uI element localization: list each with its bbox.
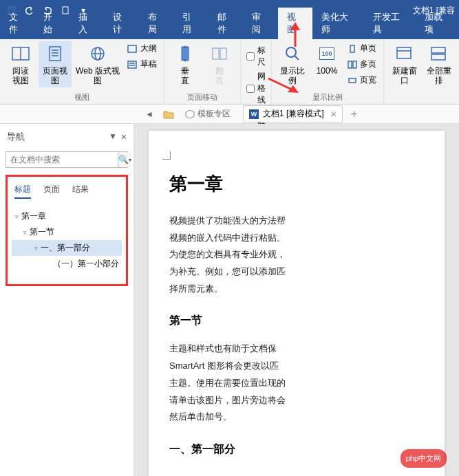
tab-insert[interactable]: 插入 xyxy=(70,8,104,39)
document-tab[interactable]: W 文档1 [兼容模式] × xyxy=(243,105,343,122)
tab-design[interactable]: 设计 xyxy=(104,8,138,39)
nav-search[interactable]: 🔍▾ xyxy=(6,151,128,168)
nav-search-button[interactable]: 🔍▾ xyxy=(118,152,131,167)
ribbon: 阅读 视图 页面视图 Web 版式视图 大纲 草稿 视图 垂 直 xyxy=(0,39,459,105)
document-canvas[interactable]: 第一章 视频提供了功能强大的方法帮 视频的嵌入代码中进行粘贴。 为使您的文档具有… xyxy=(134,124,459,476)
arrange-all-icon xyxy=(428,43,450,65)
read-view-icon xyxy=(10,43,32,65)
flip-label: 翻 页 xyxy=(215,66,224,86)
svg-rect-18 xyxy=(220,48,226,59)
zoom-label: 显示比例 xyxy=(277,66,308,86)
svg-rect-23 xyxy=(353,61,356,68)
vertical-label: 垂 直 xyxy=(181,66,189,86)
draft-label: 草稿 xyxy=(140,58,157,70)
nav-close-button[interactable]: × xyxy=(121,131,127,142)
tree-item-section1[interactable]: ▿第一节 xyxy=(12,224,122,240)
one-page-button[interactable]: 单页 xyxy=(345,41,379,56)
web-layout-button[interactable]: Web 版式视图 xyxy=(73,41,122,87)
svg-rect-28 xyxy=(431,54,445,60)
multi-page-button[interactable]: 多页 xyxy=(345,57,379,72)
tab-mail[interactable]: 邮件 xyxy=(209,8,243,39)
vertical-button[interactable]: 垂 直 xyxy=(169,41,202,87)
group-views: 阅读 视图 页面视图 Web 版式视图 大纲 草稿 视图 xyxy=(0,39,164,104)
arrange-all-label: 全部重排 xyxy=(424,66,454,86)
document-tab-label: 文档1 [兼容模式] xyxy=(263,108,324,120)
ruler-checkbox[interactable]: 标尺 xyxy=(245,44,267,69)
zoom-button[interactable]: 显示比例 xyxy=(276,41,309,87)
folder-button[interactable] xyxy=(160,107,177,122)
read-view-button[interactable]: 阅读 视图 xyxy=(4,41,37,87)
vertical-icon xyxy=(174,43,196,65)
new-window-button[interactable]: 新建窗口 xyxy=(388,41,421,87)
read-view-label: 阅读 视图 xyxy=(12,66,29,86)
hundred-icon: 100 xyxy=(316,43,338,65)
hundred-button[interactable]: 100 100% xyxy=(310,41,343,77)
outline-button[interactable]: 大纲 xyxy=(124,41,160,56)
back-button[interactable]: ◄ xyxy=(141,107,158,122)
tree-item-subpart1[interactable]: （一）第一小部分 xyxy=(12,256,122,272)
page-corner-mark xyxy=(162,151,171,160)
flip-button[interactable]: 翻 页 xyxy=(203,41,236,87)
svg-rect-17 xyxy=(213,48,219,59)
navigation-pane: 导航 ▼ × 🔍▾ 标题 页面 结果 ▿第一章 ▿第一节 ▿一、第一部分 （一）… xyxy=(0,124,134,476)
arrange-all-button[interactable]: 全部重排 xyxy=(423,41,456,87)
nav-tabs: 标题 页面 结果 xyxy=(10,181,123,206)
group-page-move: 垂 直 翻 页 页面移动 xyxy=(164,39,241,104)
page-view-label: 页面视图 xyxy=(40,66,70,86)
tab-file[interactable]: 文件 xyxy=(0,8,34,39)
doc-heading-1: 第一章 xyxy=(169,172,445,196)
ruler-label: 标尺 xyxy=(257,45,266,68)
template-area-label: 模板专区 xyxy=(198,108,231,120)
nav-tab-results[interactable]: 结果 xyxy=(72,184,89,199)
page-view-button[interactable]: 页面视图 xyxy=(39,41,72,87)
collapse-icon[interactable]: ▿ xyxy=(32,245,39,252)
page-width-button[interactable]: 页宽 xyxy=(345,73,379,87)
nav-tree: ▿第一章 ▿第一节 ▿一、第一部分 （一）第一小部分 xyxy=(10,206,123,274)
draft-button[interactable]: 草稿 xyxy=(124,57,160,72)
tab-view[interactable]: 视图 xyxy=(278,8,312,39)
nav-search-input[interactable] xyxy=(6,152,118,167)
one-page-label: 单页 xyxy=(360,43,376,54)
svg-point-19 xyxy=(286,47,296,57)
svg-rect-22 xyxy=(348,61,352,68)
zoom-icon xyxy=(281,43,303,65)
tree-item-part1[interactable]: ▿一、第一部分 xyxy=(12,240,122,256)
ribbon-tabs: 文件 开始 插入 设计 布局 引用 邮件 审阅 视图 美化大师 开发工具 加载项 xyxy=(0,21,459,39)
collapse-icon[interactable]: ▿ xyxy=(21,229,28,236)
tree-item-label: 第一节 xyxy=(30,226,54,238)
tree-item-chapter1[interactable]: ▿第一章 xyxy=(12,208,122,224)
doc-paragraph: 视频提供了功能强大的方法帮 视频的嵌入代码中进行粘贴。 为使您的文档具有专业外观… xyxy=(169,213,445,297)
svg-rect-25 xyxy=(397,47,411,58)
new-window-label: 新建窗口 xyxy=(389,66,420,86)
nav-dropdown-button[interactable]: ▼ xyxy=(109,131,117,142)
tab-addins[interactable]: 加载项 xyxy=(416,8,459,39)
annotation-highlight-box: 标题 页面 结果 ▿第一章 ▿第一节 ▿一、第一部分 （一）第一小部分 xyxy=(6,175,128,286)
group-views-label: 视图 xyxy=(74,91,89,104)
gridlines-checkbox[interactable]: 网格线 xyxy=(245,70,267,107)
svg-rect-12 xyxy=(128,45,136,52)
tab-review[interactable]: 审阅 xyxy=(243,8,277,39)
group-window: 新建窗口 全部重排 xyxy=(384,39,459,104)
svg-line-20 xyxy=(295,56,299,60)
tab-references[interactable]: 引用 xyxy=(173,8,208,39)
new-window-icon xyxy=(394,43,416,65)
nav-tab-pages[interactable]: 页面 xyxy=(43,184,60,199)
collapse-icon[interactable]: ▿ xyxy=(13,213,20,220)
nav-title: 导航 xyxy=(7,131,25,143)
page[interactable]: 第一章 视频提供了功能强大的方法帮 视频的嵌入代码中进行粘贴。 为使您的文档具有… xyxy=(149,131,445,476)
template-area-button[interactable]: 模板专区 xyxy=(180,107,236,122)
svg-rect-5 xyxy=(50,47,61,61)
tab-layout[interactable]: 布局 xyxy=(139,8,173,39)
flip-icon xyxy=(209,43,231,65)
tab-beautify[interactable]: 美化大师 xyxy=(312,8,364,39)
tab-devtools[interactable]: 开发工具 xyxy=(364,8,416,39)
group-zoom-label: 显示比例 xyxy=(312,91,343,104)
tab-home[interactable]: 开始 xyxy=(34,8,69,39)
svg-rect-27 xyxy=(431,47,445,53)
doc-heading-2: 第一节 xyxy=(169,314,445,328)
new-tab-button[interactable]: + xyxy=(345,108,363,120)
nav-tab-headings[interactable]: 标题 xyxy=(14,184,31,199)
close-tab-button[interactable]: × xyxy=(331,109,337,120)
watermark: php中文网 xyxy=(401,449,447,468)
hundred-label: 100% xyxy=(317,66,338,76)
